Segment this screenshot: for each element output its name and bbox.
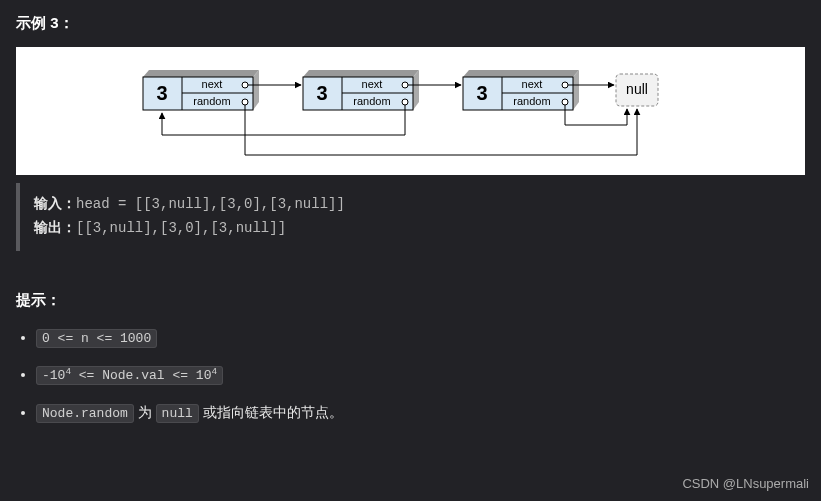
hint-item-0: 0 <= n <= 1000 bbox=[36, 328, 805, 348]
watermark: CSDN @LNsupermali bbox=[682, 476, 809, 491]
hint-item-2: Node.random 为 null 或指向链表中的节点。 bbox=[36, 403, 805, 423]
io-block: 输入：head = [[3,null],[3,0],[3,null]] 输出：[… bbox=[16, 183, 805, 251]
hint-code-1: -104 <= Node.val <= 104 bbox=[36, 366, 223, 385]
hint-code-0: 0 <= n <= 1000 bbox=[36, 329, 157, 348]
svg-text:random: random bbox=[353, 95, 390, 107]
svg-point-9 bbox=[242, 99, 248, 105]
svg-text:next: next bbox=[362, 78, 383, 90]
random-arrow-1 bbox=[245, 105, 637, 155]
svg-text:random: random bbox=[193, 95, 230, 107]
svg-marker-11 bbox=[413, 70, 419, 110]
svg-point-19 bbox=[402, 99, 408, 105]
hints-title: 提示： bbox=[16, 291, 805, 310]
hints-list: 0 <= n <= 1000 -104 <= Node.val <= 104 N… bbox=[16, 328, 805, 424]
svg-marker-20 bbox=[463, 70, 579, 77]
svg-point-8 bbox=[242, 82, 248, 88]
example-title: 示例 3： bbox=[16, 14, 805, 33]
svg-point-18 bbox=[402, 82, 408, 88]
linked-list-diagram: 3 next random 3 next random bbox=[16, 47, 805, 175]
svg-marker-10 bbox=[303, 70, 419, 77]
null-node: null bbox=[616, 74, 658, 106]
svg-text:3: 3 bbox=[476, 82, 487, 104]
node-1: 3 next random bbox=[143, 70, 259, 110]
svg-marker-0 bbox=[143, 70, 259, 77]
svg-marker-1 bbox=[253, 70, 259, 110]
svg-text:null: null bbox=[626, 81, 648, 97]
svg-point-29 bbox=[562, 99, 568, 105]
input-line: 输入：head = [[3,null],[3,0],[3,null]] bbox=[34, 193, 791, 217]
node-2: 3 next random bbox=[303, 70, 419, 110]
svg-text:3: 3 bbox=[316, 82, 327, 104]
svg-marker-21 bbox=[573, 70, 579, 110]
svg-text:3: 3 bbox=[156, 82, 167, 104]
svg-text:random: random bbox=[513, 95, 550, 107]
svg-text:next: next bbox=[202, 78, 223, 90]
svg-text:next: next bbox=[522, 78, 543, 90]
hint-code-2a: Node.random bbox=[36, 404, 134, 423]
hint-item-1: -104 <= Node.val <= 104 bbox=[36, 365, 805, 385]
svg-point-28 bbox=[562, 82, 568, 88]
hint-code-2b: null bbox=[156, 404, 199, 423]
node-3: 3 next random bbox=[463, 70, 579, 110]
output-line: 输出：[[3,null],[3,0],[3,null]] bbox=[34, 217, 791, 241]
